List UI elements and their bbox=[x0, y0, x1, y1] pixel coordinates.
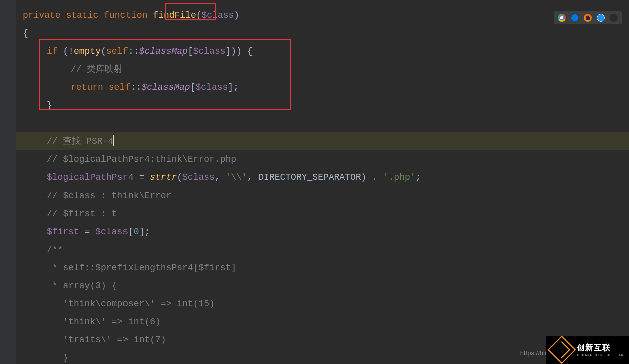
token-comment: 'think\' => int(6) bbox=[47, 317, 161, 327]
token-builtin: strtr bbox=[150, 172, 177, 183]
open-in-browser-bar bbox=[554, 11, 622, 24]
token-punct: ; bbox=[416, 172, 421, 183]
token-comment: * self::$prefixLengthsPsr4[$first] bbox=[47, 263, 236, 273]
watermark-logo: 创新互联 CHUANG XIN HU LIAN bbox=[546, 336, 629, 364]
text-cursor bbox=[113, 135, 114, 146]
code-line: $first = $class[0]; bbox=[16, 223, 629, 241]
token-comment: } bbox=[47, 353, 68, 363]
token-function-name: findFile bbox=[153, 10, 196, 20]
code-line: return self::$classMap[$class]; bbox=[16, 78, 629, 96]
token-punct: , bbox=[215, 172, 226, 183]
token-comment: * array(3) { bbox=[47, 281, 117, 291]
token-param: $class bbox=[202, 10, 234, 20]
token-string: '.php' bbox=[378, 172, 416, 183]
token-keyword: return bbox=[71, 82, 103, 92]
code-line: } bbox=[16, 96, 629, 114]
code-line: // 类库映射 bbox=[16, 60, 629, 78]
code-line: * array(3) { bbox=[16, 277, 629, 295]
token-keyword: private bbox=[23, 10, 61, 20]
token-const: DIRECTORY_SEPARATOR bbox=[258, 172, 361, 183]
token-brace: } bbox=[47, 100, 52, 110]
token-keyword: static bbox=[66, 10, 98, 20]
token-punct: [ bbox=[188, 46, 193, 56]
token-variable: $logicalPathPsr4 bbox=[47, 172, 134, 183]
code-line: 'traits\' => int(7) bbox=[16, 331, 629, 349]
code-line: 'think\' => int(6) bbox=[16, 313, 629, 331]
token-property: $classMap bbox=[139, 46, 188, 56]
token-param: $class bbox=[195, 82, 228, 92]
opera-icon[interactable] bbox=[610, 14, 618, 22]
line-gutter bbox=[0, 0, 16, 364]
code-line-blank bbox=[16, 114, 629, 132]
code-line-current: // 查找 PSR-4 bbox=[16, 132, 629, 150]
token-property: $classMap bbox=[141, 82, 190, 92]
token-comment: // 查找 PSR-4 bbox=[47, 136, 113, 146]
token-concat: . bbox=[372, 172, 378, 183]
token-param: $class bbox=[95, 227, 128, 237]
code-line: // $class : think\Error bbox=[16, 187, 629, 205]
token-scope: :: bbox=[131, 82, 142, 92]
firefox-icon[interactable] bbox=[584, 14, 592, 22]
token-punct: ) bbox=[361, 172, 372, 183]
token-punct: )) { bbox=[231, 46, 253, 56]
token-param: $class bbox=[193, 46, 226, 56]
token-op: = bbox=[134, 172, 150, 183]
token-punct: ( bbox=[101, 46, 106, 56]
brand-name-cn: 创新互联 bbox=[577, 343, 624, 353]
code-line: private static function findFile($class) bbox=[16, 6, 629, 24]
token-variable: $first bbox=[47, 227, 79, 237]
code-editor[interactable]: private static function findFile($class)… bbox=[16, 0, 629, 364]
token-keyword: function bbox=[104, 10, 147, 20]
safari-icon[interactable] bbox=[597, 14, 605, 22]
token-punct: (! bbox=[58, 46, 74, 56]
code-line: $logicalPathPsr4 = strtr($class, '\\', D… bbox=[16, 168, 629, 187]
token-self: self bbox=[106, 46, 128, 56]
token-op: = bbox=[79, 227, 95, 237]
code-line: /** bbox=[16, 241, 629, 259]
token-comment: 'traits\' => int(7) bbox=[47, 335, 166, 345]
token-comment: // $class : think\Error bbox=[47, 191, 171, 201]
token-punct: ( bbox=[177, 172, 182, 183]
edge-icon[interactable] bbox=[571, 14, 579, 22]
token-param: $class bbox=[182, 172, 215, 183]
token-brace: { bbox=[23, 28, 28, 38]
code-line: 'think\composer\' => int(15) bbox=[16, 295, 629, 313]
token-string: '\\' bbox=[225, 172, 247, 183]
token-builtin: empty bbox=[74, 46, 101, 56]
token-self: self bbox=[109, 82, 131, 92]
token-comment: // $first : t bbox=[47, 209, 117, 219]
chrome-icon[interactable] bbox=[558, 14, 566, 22]
token-punct: [ bbox=[190, 82, 196, 92]
token-punct: ] bbox=[226, 46, 231, 56]
token-punct: , bbox=[247, 172, 259, 183]
token-comment: // 类库映射 bbox=[71, 64, 123, 74]
token-number: 0 bbox=[134, 227, 139, 237]
token-punct: ) bbox=[234, 10, 239, 20]
token-punct: [ bbox=[128, 227, 134, 237]
token-comment: 'think\composer\' => int(15) bbox=[47, 299, 215, 309]
code-line: if (!empty(self::$classMap[$class])) { bbox=[16, 42, 629, 60]
brand-name-en: CHUANG XIN HU LIAN bbox=[577, 353, 624, 357]
code-line: { bbox=[16, 24, 629, 42]
code-line: // $first : t bbox=[16, 205, 629, 223]
code-line: * self::$prefixLengthsPsr4[$first] bbox=[16, 259, 629, 277]
code-line: // $logicalPathPsr4:think\Error.php bbox=[16, 150, 629, 168]
token-keyword: if bbox=[47, 46, 58, 56]
brand-mark-icon bbox=[548, 336, 576, 364]
token-comment: // $logicalPathPsr4:think\Error.php bbox=[47, 154, 236, 164]
token-scope: :: bbox=[128, 46, 139, 56]
token-comment: /** bbox=[47, 245, 63, 255]
token-punct: ]; bbox=[139, 227, 150, 237]
token-punct: ]; bbox=[228, 82, 239, 92]
token-punct: ( bbox=[196, 10, 202, 20]
